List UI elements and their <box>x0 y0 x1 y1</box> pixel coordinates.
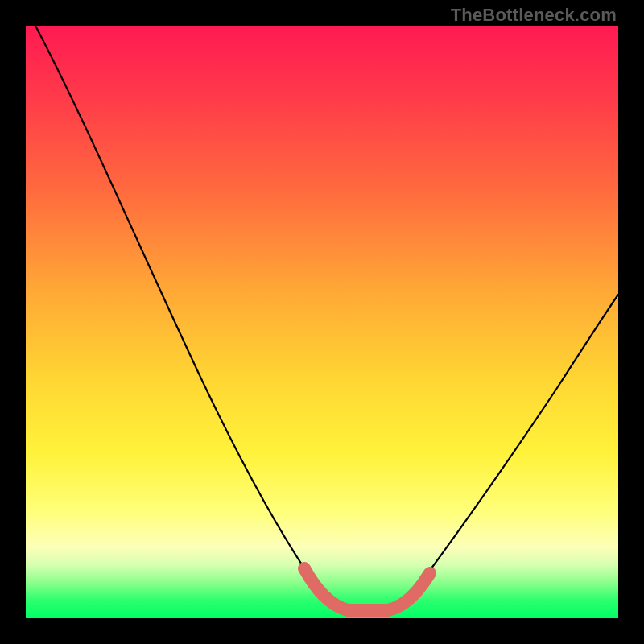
curve-layer <box>26 26 618 618</box>
bottleneck-curve <box>35 26 618 610</box>
plot-area <box>26 26 618 618</box>
chart-frame: TheBottleneck.com <box>0 0 644 644</box>
watermark-text: TheBottleneck.com <box>451 5 617 26</box>
